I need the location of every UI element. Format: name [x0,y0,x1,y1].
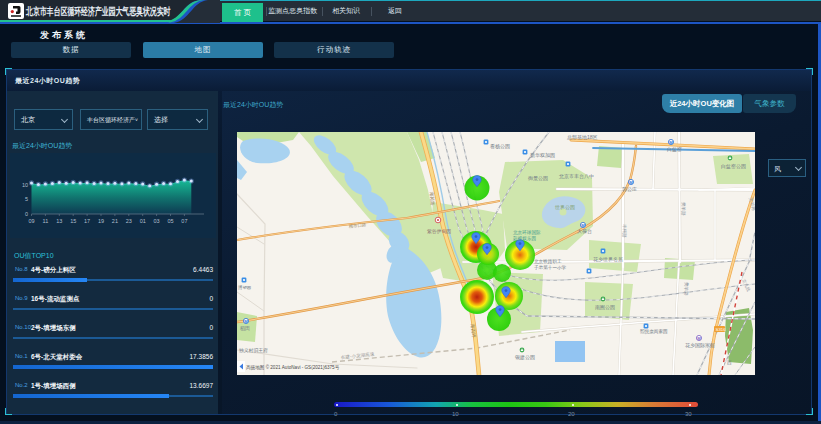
svg-text:白盆窑: 白盆窑 [667,146,682,153]
svg-text:M: M [629,180,633,185]
svg-text:影视娱乐园: 影视娱乐园 [513,235,536,242]
svg-text:看杨公园: 看杨公园 [490,143,510,150]
svg-text:19: 19 [98,217,104,223]
svg-text:大葆台: 大葆台 [577,228,592,234]
svg-text:总部基地18区: 总部基地18区 [567,134,598,141]
svg-text:07: 07 [181,217,187,223]
svg-text:子弟第十一小学: 子弟第十一小学 [534,265,567,270]
svg-text:熙悦康阅家园: 熙悦康阅家园 [640,328,668,335]
svg-text:樊羊路: 樊羊路 [684,282,689,296]
svg-text:世界公园: 世界公园 [554,204,575,211]
svg-text:M: M [697,336,701,341]
svg-text:樊羊路: 樊羊路 [681,202,686,216]
svg-text:银建公园: 银建公园 [515,354,535,361]
svg-text:21: 21 [112,217,118,223]
svg-text:新华双加园: 新华双加园 [530,152,555,159]
svg-text:15: 15 [70,217,76,223]
svg-text:13: 13 [56,217,62,223]
svg-text:5: 5 [25,196,28,202]
svg-text:M: M [244,319,248,324]
svg-text:独义村旧王府: 独义村旧王府 [239,347,268,354]
svg-text:郭公庄: 郭公庄 [622,186,637,193]
svg-text:S316: S316 [716,327,727,332]
svg-text:高德地图 © 2021 AutoNavi - GS(2021: 高德地图 © 2021 AutoNavi - GS(2021)6375号 [246,364,340,371]
svg-text:丰科路: 丰科路 [622,224,627,238]
svg-text:03: 03 [154,217,160,223]
svg-text:花乡世界名居: 花乡世界名居 [593,256,623,263]
svg-text:05: 05 [167,217,173,223]
svg-text:北京市丰台八中: 北京市丰台八中 [559,173,594,180]
svg-text:0: 0 [25,211,28,217]
svg-text:白盆窑公园: 白盆窑公园 [721,163,746,170]
svg-text:稻田: 稻田 [240,325,250,332]
svg-text:M: M [669,140,673,145]
svg-text:11: 11 [43,217,49,223]
svg-text:01: 01 [140,217,146,223]
svg-text:09: 09 [28,217,34,223]
svg-text:花乡国际家居: 花乡国际家居 [685,342,715,349]
svg-text:23: 23 [126,217,132,223]
svg-text:南囿公园: 南囿公园 [595,304,615,311]
svg-text:御景公园: 御景公园 [528,175,548,182]
svg-text:10: 10 [22,181,28,187]
svg-text:17: 17 [84,217,90,223]
svg-text:M: M [581,223,585,228]
svg-text:北京铁路职工: 北京铁路职工 [534,258,562,265]
